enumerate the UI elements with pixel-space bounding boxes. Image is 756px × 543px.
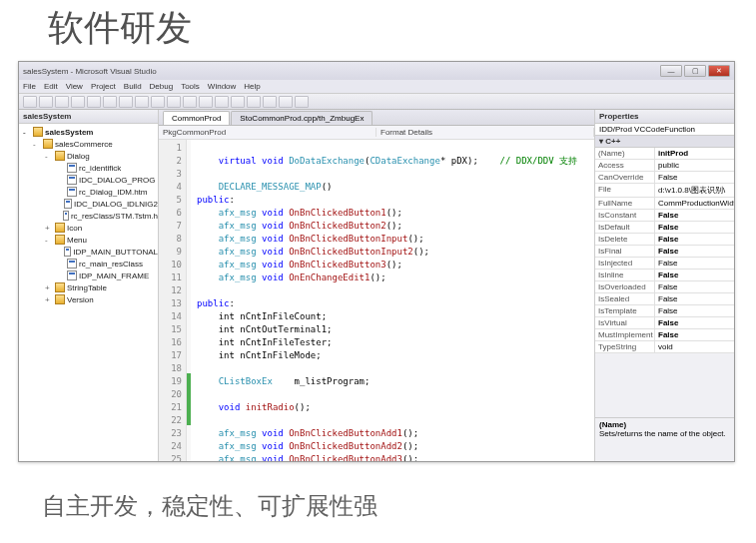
tree-item[interactable]: -salesCommerce (19, 138, 158, 150)
property-value[interactable]: False (655, 281, 734, 292)
menu-item[interactable]: File (23, 82, 36, 91)
property-value[interactable]: initProd (655, 148, 734, 159)
property-row[interactable]: IsVirtualFalse (595, 317, 734, 329)
menu-item[interactable]: Help (244, 82, 260, 91)
collapse-icon[interactable]: - (45, 152, 53, 161)
tab-second[interactable]: StoCommonProd.cpp/th_ZmbugEx (231, 111, 373, 125)
property-value[interactable]: False (655, 270, 734, 280)
code-line[interactable]: afx_msg void OnBnClickedButton3(); (197, 259, 594, 272)
tab-active[interactable]: CommonProd (163, 111, 230, 125)
property-value[interactable]: False (655, 317, 734, 328)
tree-item[interactable]: IDC_DIALOG_PROG (19, 174, 158, 186)
expand-icon[interactable]: + (45, 295, 53, 304)
property-row[interactable]: Filed:\v1.0.8\图表识别\ (595, 184, 734, 198)
property-value[interactable]: d:\v1.0.8\图表识别\ (655, 184, 734, 197)
toolbar-button[interactable] (151, 96, 165, 108)
property-row[interactable]: IsTemplateFalse (595, 305, 734, 317)
collapse-icon[interactable]: - (33, 140, 41, 149)
tree-item[interactable]: +StringTable (19, 281, 158, 293)
code-line[interactable]: public: (197, 194, 594, 207)
tree-item[interactable]: +Version (19, 293, 158, 305)
code-line[interactable]: afx_msg void OnBnClickedButton1(); (197, 207, 594, 220)
menu-item[interactable]: Edit (44, 82, 58, 91)
property-value[interactable]: False (655, 329, 734, 340)
toolbar-button[interactable] (215, 96, 229, 108)
code-line[interactable]: afx_msg void OnBnClickedButtonInput2(); (197, 246, 594, 259)
tree-item[interactable]: -Menu (19, 234, 158, 246)
toolbar-button[interactable] (55, 96, 69, 108)
property-value[interactable]: False (655, 258, 734, 269)
code-area[interactable]: virtual void DoDataExchange(CDataExchang… (191, 140, 594, 461)
property-row[interactable]: CanOverrideFalse (595, 172, 734, 184)
toolbar-button[interactable] (119, 96, 133, 108)
toolbar-button[interactable] (279, 96, 293, 108)
property-row[interactable]: IsConstantFalse (595, 210, 734, 222)
member-dropdown[interactable]: Format Details (377, 128, 594, 137)
tree-item[interactable]: rc_resClass/STM.Tstm.h (19, 210, 158, 222)
tree-item[interactable]: IDP_MAIN_BUTTONAL (19, 246, 158, 258)
code-line[interactable]: int nCntInFileTester; (197, 336, 594, 349)
toolbar-button[interactable] (23, 96, 37, 108)
code-line[interactable]: afx_msg void OnEnChangeEdit1(); (197, 272, 594, 284)
property-value[interactable]: CommProductionWidth (655, 198, 734, 209)
tree-item[interactable]: IDC_DIALOG_IDLNIG2 (19, 198, 158, 210)
toolbar-button[interactable] (135, 96, 149, 108)
toolbar-button[interactable] (263, 96, 277, 108)
property-row[interactable]: IsDefaultFalse (595, 222, 734, 234)
expand-icon[interactable]: + (45, 224, 53, 233)
tree-item[interactable]: IDP_MAIN_FRAME (19, 270, 158, 281)
property-value[interactable]: void (655, 341, 734, 352)
code-line[interactable]: afx_msg void OnBnClickedButtonAdd1(); (197, 427, 594, 440)
code-editor[interactable]: 1234567891011121314151617181920212223242… (159, 140, 594, 461)
toolbar-button[interactable] (87, 96, 101, 108)
property-row[interactable]: Accesspublic (595, 160, 734, 172)
tree-item[interactable]: rc_main_resClass (19, 258, 158, 270)
menu-item[interactable]: Project (91, 82, 116, 91)
toolbar-button[interactable] (295, 96, 309, 108)
property-value[interactable]: False (655, 210, 734, 221)
toolbar-button[interactable] (39, 96, 53, 108)
property-row[interactable]: MustImplementFalse (595, 329, 734, 341)
property-row[interactable]: TypeStringvoid (595, 341, 734, 353)
scope-dropdown[interactable]: PkgCommonProd (159, 128, 377, 137)
property-value[interactable]: False (655, 246, 734, 257)
code-line[interactable]: CListBoxEx m_listProgram; (197, 375, 594, 388)
tree-item[interactable]: +Icon (19, 222, 158, 234)
code-line[interactable] (197, 362, 594, 375)
expand-icon[interactable]: + (45, 283, 53, 292)
menu-item[interactable]: Build (124, 82, 142, 91)
toolbar-button[interactable] (167, 96, 181, 108)
code-line[interactable]: afx_msg void OnBnClickedButtonInput(); (197, 233, 594, 246)
property-row[interactable]: IsSealedFalse (595, 293, 734, 305)
property-row[interactable]: IsInlineFalse (595, 270, 734, 281)
tree-root[interactable]: - salesSystem (19, 126, 158, 138)
code-line[interactable]: int nCntOutTerminal1; (197, 323, 594, 336)
code-line[interactable]: afx_msg void OnBnClickedButtonAdd3(); (197, 453, 594, 461)
property-value[interactable]: False (655, 293, 734, 304)
toolbar-button[interactable] (199, 96, 213, 108)
code-line[interactable]: DECLARE_MESSAGE_MAP() (197, 181, 594, 194)
tree-item[interactable]: rc_Dialog_IDM.htm (19, 186, 158, 198)
code-line[interactable]: afx_msg void OnBnClickedButton2(); (197, 220, 594, 233)
tree-item[interactable]: -Dialog (19, 150, 158, 162)
property-value[interactable]: False (655, 222, 734, 233)
code-line[interactable] (197, 284, 594, 297)
toolbar-button[interactable] (231, 96, 245, 108)
close-button[interactable]: ✕ (708, 65, 730, 77)
code-line[interactable] (197, 388, 594, 401)
tree-item[interactable]: rc_identifick (19, 162, 158, 174)
toolbar-button[interactable] (103, 96, 117, 108)
collapse-icon[interactable]: - (45, 236, 53, 245)
property-row[interactable]: IsFinalFalse (595, 246, 734, 258)
code-line[interactable] (197, 142, 594, 155)
toolbar-button[interactable] (183, 96, 197, 108)
collapse-icon[interactable]: - (23, 128, 31, 137)
property-value[interactable]: False (655, 234, 734, 245)
code-line[interactable]: int nCntInFileMode; (197, 349, 594, 362)
code-line[interactable] (197, 414, 594, 427)
property-value[interactable]: False (655, 172, 734, 183)
property-row[interactable]: IsDeleteFalse (595, 234, 734, 246)
property-row[interactable]: FullNameCommProductionWidth (595, 198, 734, 210)
property-category[interactable]: ▾ C++ (595, 136, 734, 148)
property-row[interactable]: (Name)initProd (595, 148, 734, 160)
